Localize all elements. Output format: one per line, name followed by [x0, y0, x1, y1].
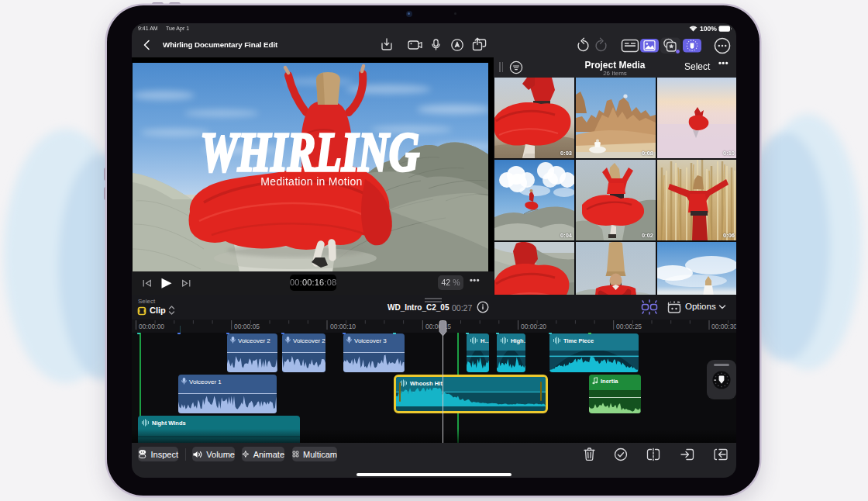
svg-text:100%: 100%	[700, 25, 717, 33]
svg-text:Meditation in Motion: Meditation in Motion	[260, 175, 362, 188]
svg-text:WHIRLING: WHIRLING	[201, 122, 420, 183]
